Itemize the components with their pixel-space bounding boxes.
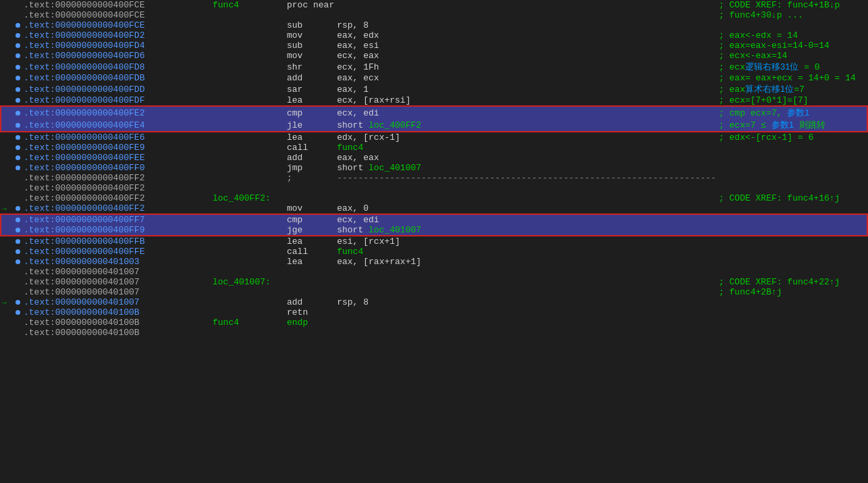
- line-operands: esi, [rcx+1]: [335, 236, 717, 247]
- line-address: .text:00000000000400FCE: [22, 10, 211, 20]
- line-operands: [335, 193, 717, 203]
- line-label: [211, 95, 286, 106]
- line-op: cmp: [286, 106, 335, 119]
- table-row: .text:00000000000400FCE; func4+30↓p ...: [1, 10, 867, 20]
- line-op: add: [286, 73, 335, 83]
- line-dot: [14, 51, 22, 61]
- line-dot: [14, 163, 22, 173]
- table-row: .text:00000000000400FDFleaecx, [rax+rsi]…: [1, 95, 867, 106]
- line-comment: [717, 225, 867, 236]
- line-address: .text:0000000000401007: [22, 287, 211, 297]
- line-address: .text:00000000000400FF2: [22, 203, 211, 214]
- line-prefix: [1, 193, 14, 203]
- line-label: [211, 247, 286, 257]
- line-prefix: [1, 267, 14, 277]
- line-prefix: [1, 317, 14, 328]
- line-comment: [717, 236, 867, 247]
- line-op: sub: [286, 41, 335, 51]
- line-prefix: [1, 10, 14, 20]
- line-comment: ; eax=eax-esi=14-0=14: [717, 41, 867, 51]
- line-address: .text:00000000000400FE9: [22, 143, 211, 153]
- line-op: call: [286, 143, 335, 153]
- line-dot: [14, 119, 22, 132]
- line-dot: [14, 10, 22, 20]
- line-dot: [14, 132, 22, 143]
- line-prefix: [1, 83, 14, 95]
- line-dot: [14, 83, 22, 95]
- line-comment: [717, 203, 867, 214]
- line-dot: [14, 20, 22, 30]
- table-row: .text:00000000000400FD2moveax, edx; eax<…: [1, 30, 867, 41]
- line-operands: ecx, eax: [335, 51, 717, 61]
- table-row: .text:0000000000401007loc_401007:; CODE …: [1, 277, 867, 287]
- line-dot: [14, 143, 22, 153]
- line-op: lea: [286, 95, 335, 106]
- line-dot: [14, 0, 22, 10]
- table-row: .text:00000000000400FDBaddeax, ecx; eax=…: [1, 73, 867, 83]
- line-label: [211, 73, 286, 83]
- table-row: .text:00000000000400FF2; ---------------…: [1, 173, 867, 183]
- line-prefix: [1, 119, 14, 132]
- line-dot: [14, 30, 22, 41]
- line-address: .text:00000000000400FD2: [22, 30, 211, 41]
- line-prefix: [1, 95, 14, 106]
- line-label: [211, 10, 286, 20]
- line-comment: [717, 307, 867, 317]
- line-dot: [14, 95, 22, 106]
- line-op: sub: [286, 20, 335, 30]
- line-prefix: [1, 163, 14, 173]
- line-operands: eax, 0: [335, 203, 717, 214]
- line-comment: ; eax算术右移1位=7: [717, 83, 867, 95]
- line-label: [211, 163, 286, 173]
- table-row: .text:00000000000400FF2loc_400FF2:; CODE…: [1, 193, 867, 203]
- line-op: [286, 277, 335, 287]
- line-label: [211, 328, 286, 338]
- line-dot: [14, 287, 22, 297]
- line-dot: [14, 236, 22, 247]
- line-label: [211, 236, 286, 247]
- line-op: mov: [286, 51, 335, 61]
- line-op: [286, 328, 335, 338]
- line-comment: ; func4+2B↑j: [717, 287, 867, 297]
- line-dot: [14, 173, 22, 183]
- line-operands: short loc_400FF2: [335, 119, 717, 132]
- table-row: .text:000000000040100Bfunc4endp: [1, 317, 867, 328]
- line-dot: [14, 297, 22, 307]
- line-address: .text:00000000000400FE6: [22, 132, 211, 143]
- table-row: →.text:0000000000401007addrsp, 8: [1, 297, 867, 307]
- line-operands: eax, [rax+rax+1]: [335, 257, 717, 267]
- line-comment: [717, 317, 867, 328]
- line-comment: ; CODE XREF: func4+16↑j: [717, 193, 867, 203]
- line-label: [211, 51, 286, 61]
- line-op: [286, 183, 335, 193]
- line-operands: short loc_401007: [335, 163, 717, 173]
- table-row: .text:00000000000400FFEcallfunc4: [1, 247, 867, 257]
- line-label: [211, 132, 286, 143]
- line-label: [211, 143, 286, 153]
- line-label: [211, 267, 286, 277]
- code-view[interactable]: .text:00000000000400FCEfunc4proc near; C…: [0, 0, 868, 483]
- line-operands: ecx, edi: [335, 214, 717, 225]
- line-dot: [14, 153, 22, 163]
- line-address: .text:00000000000400FD8: [22, 61, 211, 73]
- table-row: .text:00000000000400FFBleaesi, [rcx+1]: [1, 236, 867, 247]
- table-row: .text:00000000000400FD4subeax, esi; eax=…: [1, 41, 867, 51]
- line-op: endp: [286, 317, 335, 328]
- line-dot: [14, 267, 22, 277]
- table-row: .text:0000000000401007: [1, 267, 867, 277]
- line-label: [211, 61, 286, 73]
- line-operands: ecx, edi: [335, 106, 717, 119]
- line-op: lea: [286, 236, 335, 247]
- line-address: .text:00000000000400FEE: [22, 153, 211, 163]
- table-row: .text:00000000000400FE4jleshort loc_400F…: [1, 119, 867, 132]
- line-address: .text:0000000000401007: [22, 267, 211, 277]
- line-label: [211, 297, 286, 307]
- line-comment: ; ecx<-eax=14: [717, 51, 867, 61]
- line-address: .text:00000000000400FFE: [22, 247, 211, 257]
- line-comment: [717, 173, 867, 183]
- line-op: mov: [286, 30, 335, 41]
- line-comment: [717, 297, 867, 307]
- line-operands: eax, edx: [335, 30, 717, 41]
- line-prefix: [1, 287, 14, 297]
- line-address: .text:00000000000400FF0: [22, 163, 211, 173]
